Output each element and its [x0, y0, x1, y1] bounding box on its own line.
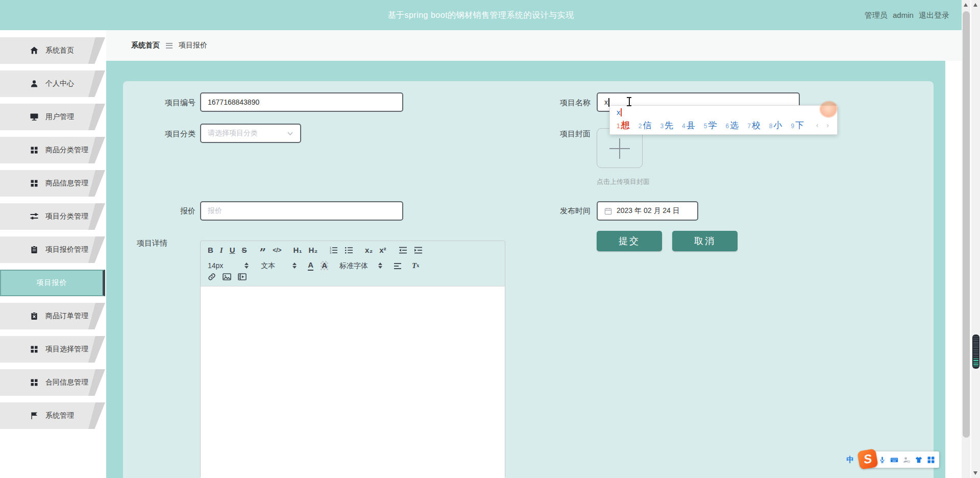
ime-candidate-window: x 1想 2信 3先 4县 5学 6选 7校 8小 9下 ‹ › [609, 105, 838, 135]
sidebar-item-users[interactable]: 用户管理 [0, 104, 105, 130]
ime-candidate[interactable]: 8小 [769, 119, 782, 131]
ime-candidate[interactable]: 6选 [725, 119, 739, 131]
strikethrough-button[interactable]: S [242, 246, 247, 255]
outdent-button[interactable] [399, 246, 407, 254]
skin-tshirt-icon[interactable] [915, 456, 923, 464]
highlight-color-button[interactable]: A [321, 261, 328, 270]
subscript-button[interactable]: x₂ [365, 246, 373, 255]
project-name-label: 项目名称 [518, 98, 591, 108]
sidebar-item-profile[interactable]: 个人中心 [0, 70, 105, 97]
scroll-down-arrow[interactable] [973, 471, 977, 475]
ordered-list-icon: 123 [329, 246, 338, 254]
ime-candidate[interactable]: 2信 [639, 119, 652, 131]
calendar-icon [604, 207, 612, 215]
ime-candidate[interactable]: 7校 [747, 119, 761, 131]
sidebar-item-project-quote-mgmt[interactable]: 项目报价管理 [0, 236, 105, 263]
sidebar-item-label: 合同信息管理 [45, 378, 88, 387]
sidebar-item-label: 项目分类管理 [45, 212, 88, 221]
scroll-up-arrow[interactable] [964, 3, 968, 7]
underline-button[interactable]: U [230, 246, 235, 255]
unordered-list-button[interactable] [345, 246, 353, 254]
clear-format-button[interactable]: Tx [412, 261, 419, 270]
breadcrumb-home[interactable]: 系统首页 [131, 41, 160, 50]
grid-icon [30, 345, 39, 354]
sidebar-item-label: 个人中心 [45, 79, 74, 88]
quote-input[interactable]: 报价 [200, 201, 403, 221]
heading2-button[interactable]: H₂ [309, 246, 318, 255]
ime-candidate[interactable]: 5学 [704, 119, 717, 131]
editor-content-area[interactable] [201, 286, 505, 478]
project-no-input[interactable]: 1677168843890 [200, 92, 403, 112]
sidebar-item-product-info[interactable]: 商品信息管理 [0, 170, 105, 197]
unordered-list-icon [345, 246, 353, 254]
blockquote-button[interactable]: ” [260, 246, 266, 255]
ime-candidate[interactable]: 4县 [682, 119, 695, 131]
ime-toolbar: 中 °, [868, 451, 939, 468]
bold-button[interactable]: B [208, 246, 213, 255]
font-family-stepper[interactable] [378, 262, 382, 269]
scrollbar-extension-widget[interactable] [972, 334, 979, 369]
outer-scrollbar[interactable] [971, 0, 980, 478]
logout-link[interactable]: 退出登录 [919, 11, 949, 19]
ime-page-arrows[interactable]: ‹ › [816, 121, 832, 129]
heading1-button[interactable]: H₁ [293, 246, 302, 255]
cancel-button[interactable]: 取消 [672, 231, 738, 251]
keyboard-icon[interactable] [890, 456, 898, 464]
ime-candidate[interactable]: 9下 [791, 119, 804, 131]
sliders-icon [30, 212, 39, 221]
image-button[interactable] [223, 273, 231, 281]
paragraph-format-select[interactable]: 文本 [261, 261, 275, 270]
microphone-icon[interactable] [878, 456, 886, 464]
submit-button[interactable]: 提交 [597, 231, 662, 251]
font-color-button[interactable]: A [308, 260, 313, 271]
superscript-button[interactable]: x² [379, 246, 386, 255]
ime-composition: x [617, 108, 622, 116]
project-category-select[interactable]: 请选择项目分类 [200, 124, 301, 143]
ordered-list-button[interactable]: 123 [329, 246, 338, 254]
breadcrumb-current: 项目报价 [179, 41, 207, 50]
project-name-value: x [604, 98, 608, 106]
video-icon [238, 273, 247, 281]
sogou-logo-letter: S [863, 451, 873, 467]
user-profile-icon[interactable] [902, 456, 911, 464]
video-button[interactable] [238, 273, 247, 281]
sidebar-item-product-category[interactable]: 商品分类管理 [0, 137, 105, 163]
align-button[interactable] [394, 262, 402, 269]
ime-candidate[interactable]: 3先 [660, 119, 673, 131]
app-title: 基于spring boot的钢材销售管理系统的设计与实现 [0, 0, 962, 30]
project-no-value: 1677168843890 [208, 98, 259, 106]
sogou-ime-logo[interactable]: S [857, 448, 878, 470]
header-bar: 基于spring boot的钢材销售管理系统的设计与实现 管理员 admin 退… [0, 0, 962, 30]
code-button[interactable]: </> [273, 246, 281, 255]
inner-scrollbar[interactable] [962, 0, 970, 478]
outdent-icon [399, 246, 407, 254]
ime-candidate[interactable]: 1想 [617, 119, 630, 131]
indent-button[interactable] [414, 246, 423, 254]
sidebar-item-system[interactable]: 系统管理 [0, 402, 105, 429]
sidebar-item-label: 系统首页 [45, 46, 74, 55]
sidebar-item-project-select[interactable]: 项目选择管理 [0, 336, 105, 363]
italic-button[interactable]: I [220, 246, 223, 255]
plus-icon [619, 138, 620, 159]
font-size-select[interactable]: 14px [208, 261, 223, 270]
paragraph-format-stepper[interactable] [292, 262, 297, 269]
inner-scrollbar-thumb[interactable] [963, 11, 970, 438]
sidebar-item-label: 商品信息管理 [45, 179, 88, 188]
toolbox-grid-icon[interactable] [927, 456, 935, 464]
sidebar-item-orders[interactable]: 商品订单管理 [0, 303, 105, 329]
publish-time-input[interactable]: 2023 年 02 月 24 日 [597, 201, 698, 221]
sidebar-item-home[interactable]: 系统首页 [0, 37, 105, 64]
font-family-select[interactable]: 标准字体 [339, 261, 368, 270]
sidebar: 系统首页 个人中心 用户管理 商品分类管理 商品信息管理 项目分类管理 项目报价… [0, 30, 106, 478]
link-button[interactable] [208, 273, 216, 281]
font-size-stepper[interactable] [244, 262, 249, 269]
home-icon [30, 46, 39, 55]
grid-icon [30, 179, 39, 188]
page: 基于spring boot的钢材销售管理系统的设计与实现 管理员 admin 退… [0, 0, 980, 478]
scroll-up-arrow[interactable] [973, 3, 977, 7]
sidebar-item-project-quote-active[interactable]: 项目报价 [0, 270, 105, 296]
sidebar-item-project-category[interactable]: 项目分类管理 [0, 203, 105, 230]
sidebar-item-label: 项目选择管理 [45, 345, 88, 354]
ime-mode-chinese[interactable]: 中 [846, 456, 854, 464]
sidebar-item-contract-info[interactable]: 合同信息管理 [0, 369, 105, 396]
